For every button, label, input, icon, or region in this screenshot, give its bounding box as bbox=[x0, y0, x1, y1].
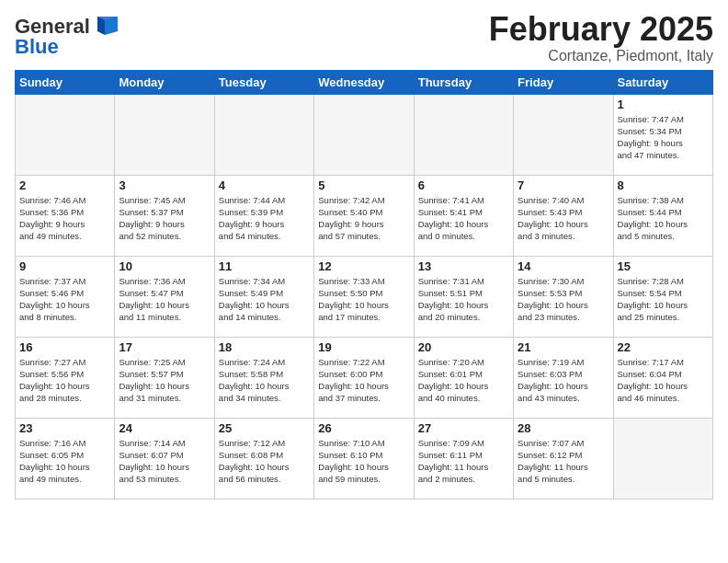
logo-icon bbox=[90, 15, 119, 39]
calendar-cell: 17Sunrise: 7:25 AM Sunset: 5:57 PM Dayli… bbox=[115, 337, 214, 418]
calendar-table: Sunday Monday Tuesday Wednesday Thursday… bbox=[15, 70, 713, 500]
calendar-cell bbox=[214, 94, 313, 175]
day-info: Sunrise: 7:31 AM Sunset: 5:51 PM Dayligh… bbox=[418, 275, 509, 324]
logo-text: General Blue bbox=[15, 15, 119, 59]
day-info: Sunrise: 7:09 AM Sunset: 6:11 PM Dayligh… bbox=[418, 437, 509, 486]
day-number: 15 bbox=[618, 259, 709, 273]
calendar-cell: 24Sunrise: 7:14 AM Sunset: 6:07 PM Dayli… bbox=[115, 418, 214, 499]
calendar-cell: 14Sunrise: 7:30 AM Sunset: 5:53 PM Dayli… bbox=[514, 256, 613, 337]
calendar-week-4: 23Sunrise: 7:16 AM Sunset: 6:05 PM Dayli… bbox=[16, 418, 713, 499]
calendar-cell: 4Sunrise: 7:44 AM Sunset: 5:39 PM Daylig… bbox=[214, 175, 313, 256]
day-info: Sunrise: 7:33 AM Sunset: 5:50 PM Dayligh… bbox=[318, 275, 409, 324]
day-info: Sunrise: 7:14 AM Sunset: 6:07 PM Dayligh… bbox=[119, 437, 210, 486]
day-number: 10 bbox=[119, 259, 210, 273]
calendar-cell: 20Sunrise: 7:20 AM Sunset: 6:01 PM Dayli… bbox=[414, 337, 513, 418]
calendar-cell: 12Sunrise: 7:33 AM Sunset: 5:50 PM Dayli… bbox=[314, 256, 414, 337]
day-number: 17 bbox=[119, 340, 210, 354]
title-block: February 2025 Cortanze, Piedmont, Italy bbox=[489, 11, 713, 64]
day-info: Sunrise: 7:40 AM Sunset: 5:43 PM Dayligh… bbox=[518, 194, 609, 243]
calendar-cell: 11Sunrise: 7:34 AM Sunset: 5:49 PM Dayli… bbox=[214, 256, 313, 337]
day-info: Sunrise: 7:22 AM Sunset: 6:00 PM Dayligh… bbox=[318, 356, 409, 405]
location: Cortanze, Piedmont, Italy bbox=[489, 48, 713, 64]
calendar-cell bbox=[613, 418, 712, 499]
header-monday: Monday bbox=[115, 70, 214, 94]
calendar-cell: 6Sunrise: 7:41 AM Sunset: 5:41 PM Daylig… bbox=[414, 175, 513, 256]
day-number: 11 bbox=[219, 259, 310, 273]
calendar-cell bbox=[314, 94, 414, 175]
calendar-cell: 1Sunrise: 7:47 AM Sunset: 5:34 PM Daylig… bbox=[613, 94, 712, 175]
day-info: Sunrise: 7:17 AM Sunset: 6:04 PM Dayligh… bbox=[618, 356, 709, 405]
header-wednesday: Wednesday bbox=[314, 70, 414, 94]
day-number: 6 bbox=[418, 178, 509, 192]
calendar-cell: 28Sunrise: 7:07 AM Sunset: 6:12 PM Dayli… bbox=[514, 418, 613, 499]
day-number: 8 bbox=[618, 178, 709, 192]
calendar-cell bbox=[16, 94, 115, 175]
calendar-cell: 15Sunrise: 7:28 AM Sunset: 5:54 PM Dayli… bbox=[613, 256, 712, 337]
calendar-cell: 26Sunrise: 7:10 AM Sunset: 6:10 PM Dayli… bbox=[314, 418, 414, 499]
day-number: 18 bbox=[219, 340, 310, 354]
day-info: Sunrise: 7:44 AM Sunset: 5:39 PM Dayligh… bbox=[219, 194, 310, 243]
calendar-cell: 9Sunrise: 7:37 AM Sunset: 5:46 PM Daylig… bbox=[16, 256, 115, 337]
day-number: 26 bbox=[318, 421, 409, 435]
day-number: 16 bbox=[19, 340, 110, 354]
day-info: Sunrise: 7:19 AM Sunset: 6:03 PM Dayligh… bbox=[518, 356, 609, 405]
day-number: 25 bbox=[219, 421, 310, 435]
day-number: 7 bbox=[518, 178, 609, 192]
day-info: Sunrise: 7:12 AM Sunset: 6:08 PM Dayligh… bbox=[219, 437, 310, 486]
header-saturday: Saturday bbox=[613, 70, 712, 94]
day-info: Sunrise: 7:45 AM Sunset: 5:37 PM Dayligh… bbox=[119, 194, 210, 243]
day-number: 5 bbox=[318, 178, 409, 192]
calendar-week-0: 1Sunrise: 7:47 AM Sunset: 5:34 PM Daylig… bbox=[16, 94, 713, 175]
calendar-cell bbox=[514, 94, 613, 175]
header: General Blue February 2025 Cortanze, Pie… bbox=[15, 11, 713, 64]
weekday-header-row: Sunday Monday Tuesday Wednesday Thursday… bbox=[16, 70, 713, 94]
header-tuesday: Tuesday bbox=[214, 70, 313, 94]
day-info: Sunrise: 7:37 AM Sunset: 5:46 PM Dayligh… bbox=[19, 275, 110, 324]
day-info: Sunrise: 7:41 AM Sunset: 5:41 PM Dayligh… bbox=[418, 194, 509, 243]
day-number: 3 bbox=[119, 178, 210, 192]
calendar-cell: 10Sunrise: 7:36 AM Sunset: 5:47 PM Dayli… bbox=[115, 256, 214, 337]
day-info: Sunrise: 7:20 AM Sunset: 6:01 PM Dayligh… bbox=[418, 356, 509, 405]
day-info: Sunrise: 7:38 AM Sunset: 5:44 PM Dayligh… bbox=[618, 194, 709, 243]
calendar-cell: 18Sunrise: 7:24 AM Sunset: 5:58 PM Dayli… bbox=[214, 337, 313, 418]
calendar-cell: 13Sunrise: 7:31 AM Sunset: 5:51 PM Dayli… bbox=[414, 256, 513, 337]
calendar-cell: 23Sunrise: 7:16 AM Sunset: 6:05 PM Dayli… bbox=[16, 418, 115, 499]
day-number: 28 bbox=[518, 421, 609, 435]
day-info: Sunrise: 7:34 AM Sunset: 5:49 PM Dayligh… bbox=[219, 275, 310, 324]
logo: General Blue bbox=[15, 15, 119, 59]
page-container: General Blue February 2025 Cortanze, Pie… bbox=[0, 0, 728, 507]
day-info: Sunrise: 7:25 AM Sunset: 5:57 PM Dayligh… bbox=[119, 356, 210, 405]
day-number: 22 bbox=[618, 340, 709, 354]
day-number: 24 bbox=[119, 421, 210, 435]
calendar-cell: 25Sunrise: 7:12 AM Sunset: 6:08 PM Dayli… bbox=[214, 418, 313, 499]
month-title: February 2025 bbox=[489, 11, 713, 48]
calendar-week-1: 2Sunrise: 7:46 AM Sunset: 5:36 PM Daylig… bbox=[16, 175, 713, 256]
day-info: Sunrise: 7:16 AM Sunset: 6:05 PM Dayligh… bbox=[19, 437, 110, 486]
day-number: 9 bbox=[19, 259, 110, 273]
day-number: 13 bbox=[418, 259, 509, 273]
calendar-cell: 19Sunrise: 7:22 AM Sunset: 6:00 PM Dayli… bbox=[314, 337, 414, 418]
day-info: Sunrise: 7:46 AM Sunset: 5:36 PM Dayligh… bbox=[19, 194, 110, 243]
header-friday: Friday bbox=[514, 70, 613, 94]
day-info: Sunrise: 7:47 AM Sunset: 5:34 PM Dayligh… bbox=[618, 113, 709, 162]
day-number: 23 bbox=[19, 421, 110, 435]
day-info: Sunrise: 7:30 AM Sunset: 5:53 PM Dayligh… bbox=[518, 275, 609, 324]
calendar-cell: 16Sunrise: 7:27 AM Sunset: 5:56 PM Dayli… bbox=[16, 337, 115, 418]
day-info: Sunrise: 7:07 AM Sunset: 6:12 PM Dayligh… bbox=[518, 437, 609, 486]
day-number: 2 bbox=[19, 178, 110, 192]
calendar-week-3: 16Sunrise: 7:27 AM Sunset: 5:56 PM Dayli… bbox=[16, 337, 713, 418]
calendar-cell: 3Sunrise: 7:45 AM Sunset: 5:37 PM Daylig… bbox=[115, 175, 214, 256]
header-thursday: Thursday bbox=[414, 70, 513, 94]
calendar-cell: 27Sunrise: 7:09 AM Sunset: 6:11 PM Dayli… bbox=[414, 418, 513, 499]
day-number: 20 bbox=[418, 340, 509, 354]
calendar-cell bbox=[115, 94, 214, 175]
day-info: Sunrise: 7:10 AM Sunset: 6:10 PM Dayligh… bbox=[318, 437, 409, 486]
calendar-cell: 21Sunrise: 7:19 AM Sunset: 6:03 PM Dayli… bbox=[514, 337, 613, 418]
header-sunday: Sunday bbox=[16, 70, 115, 94]
day-number: 27 bbox=[418, 421, 509, 435]
day-info: Sunrise: 7:28 AM Sunset: 5:54 PM Dayligh… bbox=[618, 275, 709, 324]
day-info: Sunrise: 7:24 AM Sunset: 5:58 PM Dayligh… bbox=[219, 356, 310, 405]
calendar-week-2: 9Sunrise: 7:37 AM Sunset: 5:46 PM Daylig… bbox=[16, 256, 713, 337]
day-number: 19 bbox=[318, 340, 409, 354]
calendar-cell: 7Sunrise: 7:40 AM Sunset: 5:43 PM Daylig… bbox=[514, 175, 613, 256]
